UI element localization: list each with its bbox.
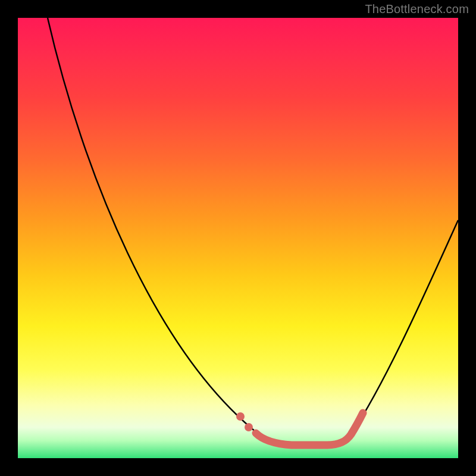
highlight-segment: [256, 413, 363, 445]
highlight-dot-1: [236, 412, 245, 421]
right-curve: [327, 220, 458, 445]
attribution-watermark: TheBottleneck.com: [365, 2, 469, 16]
left-curve: [48, 18, 292, 445]
curve-layer: [18, 18, 458, 458]
highlight-dot-2: [245, 423, 253, 431]
chart-frame: TheBottleneck.com: [0, 0, 476, 476]
